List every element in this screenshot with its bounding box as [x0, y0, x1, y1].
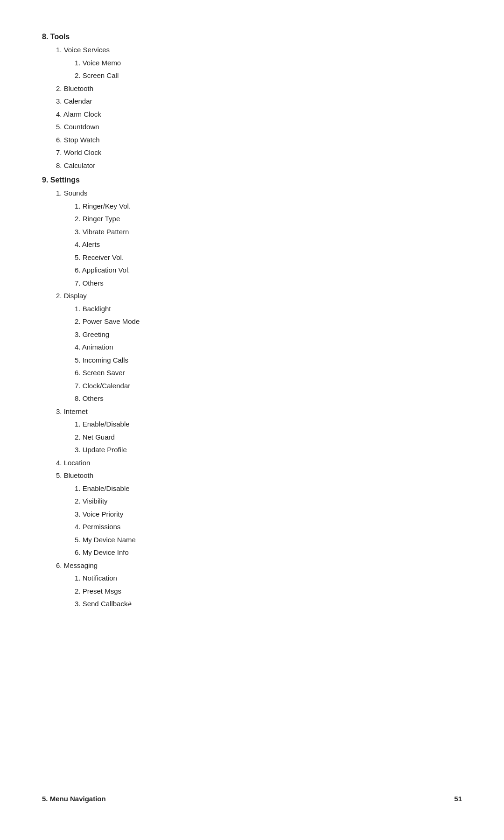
list-item: 1. Voice Memo — [75, 57, 462, 69]
list-item: 1. Sounds — [56, 187, 462, 199]
list-item: 3. Send Callback# — [75, 598, 462, 610]
section-header-tools: 8. Tools — [42, 33, 462, 41]
list-item: 2. Display — [56, 290, 462, 302]
list-item: 1. Enable/Disable — [75, 418, 462, 430]
list-item: 7. Clock/Calendar — [75, 380, 462, 392]
list-item: 2. Bluetooth — [56, 83, 462, 95]
list-item: 2. Ringer Type — [75, 213, 462, 225]
list-item: 6. Stop Watch — [56, 134, 462, 146]
list-item: 5. My Device Name — [75, 534, 462, 546]
list-item: 4. Alarm Clock — [56, 108, 462, 120]
content: 8. Tools1. Voice Services1. Voice Memo2.… — [42, 28, 462, 787]
page-container: 8. Tools1. Voice Services1. Voice Memo2.… — [0, 0, 504, 840]
list-item: 2. Net Guard — [75, 431, 462, 443]
list-item: 2. Visibility — [75, 495, 462, 507]
list-item: 1. Enable/Disable — [75, 483, 462, 495]
list-item: 6. My Device Info — [75, 546, 462, 559]
list-item: 3. Greeting — [75, 329, 462, 341]
list-item: 3. Update Profile — [75, 444, 462, 456]
footer: 5. Menu Navigation 51 — [42, 787, 462, 803]
list-item: 1. Voice Services — [56, 44, 462, 56]
list-item: 1. Backlight — [75, 303, 462, 315]
list-item: 6. Screen Saver — [75, 367, 462, 379]
list-item: 2. Preset Msgs — [75, 585, 462, 597]
list-item: 2. Power Save Mode — [75, 315, 462, 328]
list-item: 5. Receiver Vol. — [75, 252, 462, 264]
list-item: 4. Animation — [75, 341, 462, 353]
section-header-settings: 9. Settings — [42, 176, 462, 184]
list-item: 4. Location — [56, 457, 462, 469]
list-item: 6. Messaging — [56, 560, 462, 572]
list-item: 2. Screen Call — [75, 70, 462, 82]
list-item: 5. Incoming Calls — [75, 354, 462, 366]
list-item: 3. Voice Priority — [75, 508, 462, 520]
list-item: 5. Bluetooth — [56, 469, 462, 482]
list-item: 3. Vibrate Pattern — [75, 226, 462, 238]
footer-left: 5. Menu Navigation — [42, 795, 106, 803]
list-item: 3. Internet — [56, 406, 462, 418]
list-item: 1. Notification — [75, 572, 462, 584]
list-item: 6. Application Vol. — [75, 264, 462, 276]
list-item: 1. Ringer/Key Vol. — [75, 200, 462, 212]
list-item: 4. Permissions — [75, 521, 462, 533]
list-item: 8. Others — [75, 392, 462, 405]
list-item: 7. Others — [75, 277, 462, 289]
footer-right: 51 — [454, 795, 462, 803]
list-item: 8. Calculator — [56, 160, 462, 172]
list-item: 5. Countdown — [56, 121, 462, 133]
list-item: 4. Alerts — [75, 238, 462, 251]
list-item: 3. Calendar — [56, 95, 462, 107]
list-item: 7. World Clock — [56, 147, 462, 159]
